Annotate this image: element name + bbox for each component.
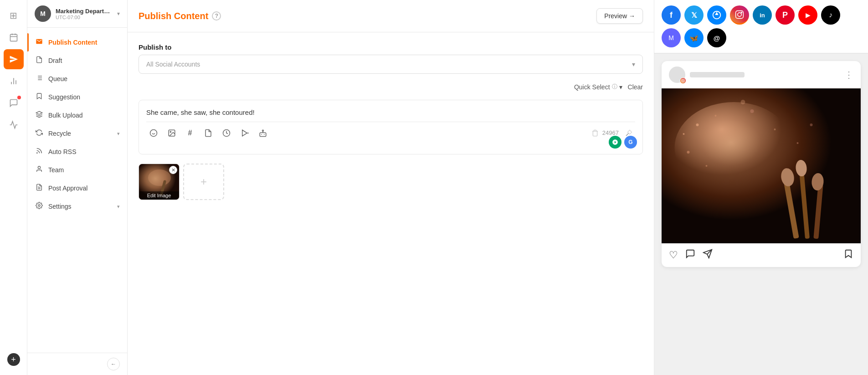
bookmark-action-icon[interactable] xyxy=(843,249,853,262)
grid-nav-icon[interactable]: ⊞ xyxy=(4,5,24,26)
svg-point-43 xyxy=(696,123,699,126)
recycle-chevron: ▾ xyxy=(117,131,120,137)
twitter-social-icon[interactable]: 𝕏 xyxy=(684,5,704,25)
add-media-icon: + xyxy=(200,175,207,188)
ai-green-button[interactable] xyxy=(609,136,621,149)
send-toolbar-icon[interactable] xyxy=(237,126,252,140)
sidebar-item-publish[interactable]: Publish Content xyxy=(27,33,127,51)
svg-point-18 xyxy=(38,205,40,206)
help-icon[interactable]: ? xyxy=(212,11,221,21)
media-thumbnail-item[interactable]: ✕ Edit Image xyxy=(139,164,180,200)
chart-nav-icon[interactable] xyxy=(4,71,24,91)
editor-toolbar: # 24967 xyxy=(146,122,635,144)
svg-point-45 xyxy=(750,109,754,113)
preview-button[interactable]: Preview → xyxy=(596,8,643,24)
facebook-social-icon[interactable]: f xyxy=(662,5,681,25)
account-select-dropdown[interactable]: All Social Accounts ▾ xyxy=(139,55,643,74)
svg-point-33 xyxy=(148,170,171,186)
threads-social-icon[interactable]: @ xyxy=(707,28,726,47)
char-count: 24967 xyxy=(602,129,619,136)
workspace-info: Marketing Department UTC-07:00 xyxy=(56,8,113,20)
svg-point-49 xyxy=(741,100,745,104)
analytics-nav-icon[interactable] xyxy=(4,115,24,135)
linkedin-social-icon[interactable]: in xyxy=(753,5,772,25)
account-select-placeholder: All Social Accounts xyxy=(146,61,200,68)
dropdown-chevron: ▾ xyxy=(632,61,635,68)
preview-more-icon[interactable]: ⋮ xyxy=(844,69,853,80)
share-action-icon[interactable] xyxy=(703,249,713,262)
calendar-nav-icon[interactable] xyxy=(4,27,24,47)
edit-image-label[interactable]: Edit Image xyxy=(139,191,179,200)
clear-button[interactable]: Clear xyxy=(628,83,643,91)
tiktok-social-icon[interactable]: ♪ xyxy=(821,5,840,25)
add-media-button[interactable]: + xyxy=(183,164,224,200)
svg-point-15 xyxy=(38,166,40,169)
sidebar-item-rss[interactable]: Auto RSS xyxy=(27,143,127,161)
svg-point-47 xyxy=(687,151,690,154)
instagram-social-icon[interactable] xyxy=(730,5,749,25)
svg-point-39 xyxy=(682,80,683,81)
image-toolbar-icon[interactable] xyxy=(164,126,179,140)
sidebar-item-draft-label: Draft xyxy=(48,57,62,64)
workspace-timezone: UTC-07:00 xyxy=(56,15,113,20)
svg-point-44 xyxy=(715,115,717,117)
sidebar-item-recycle-label: Recycle xyxy=(48,130,71,137)
sidebar-nav: Publish Content Draft Queue Suggestion B… xyxy=(27,28,127,353)
rss-icon xyxy=(35,147,44,156)
svg-point-14 xyxy=(37,153,37,153)
add-workspace-button[interactable]: + xyxy=(7,353,20,366)
quick-select-group[interactable]: Quick Select ⓘ ▾ xyxy=(574,83,622,91)
workspace-chevron[interactable]: ▾ xyxy=(117,10,120,17)
preview-image xyxy=(662,88,861,243)
schedule-toolbar-icon[interactable] xyxy=(219,126,234,140)
robot-toolbar-icon[interactable] xyxy=(256,126,270,140)
delete-toolbar-icon[interactable] xyxy=(591,129,599,137)
sidebar-item-queue[interactable]: Queue xyxy=(27,70,127,88)
preview-panel: f 𝕏 in P ▶ ♪ M 🦋 @ xyxy=(654,0,868,375)
sidebar-item-approval[interactable]: Post Approval xyxy=(27,179,127,197)
sidebar-item-draft[interactable]: Draft xyxy=(27,51,127,70)
comment-action-icon[interactable] xyxy=(685,249,695,262)
publish-nav-icon[interactable] xyxy=(4,49,24,69)
social-icons-bar: f 𝕏 in P ▶ ♪ M 🦋 @ xyxy=(654,0,868,54)
sidebar-item-team-label: Team xyxy=(48,166,64,174)
text-editor[interactable]: She came, she saw, she contoured! G # xyxy=(139,100,643,154)
sidebar-header: M Marketing Department UTC-07:00 ▾ xyxy=(27,0,127,28)
collapse-button[interactable]: ← xyxy=(107,358,120,370)
publish-to-section: Publish to All Social Accounts ▾ xyxy=(139,43,643,74)
bluesky-social-icon[interactable] xyxy=(707,5,726,25)
svg-point-52 xyxy=(683,133,685,135)
preview-username-area xyxy=(690,72,840,77)
svg-point-28 xyxy=(262,130,264,131)
publish-header: Publish Content ? Preview → xyxy=(128,0,654,32)
svg-point-51 xyxy=(810,123,813,126)
sidebar: M Marketing Department UTC-07:00 ▾ Publi… xyxy=(27,0,128,375)
butterfly-social-icon[interactable]: 🦋 xyxy=(684,28,704,47)
pinterest-social-icon[interactable]: P xyxy=(776,5,795,25)
sidebar-item-team[interactable]: Team xyxy=(27,161,127,179)
publish-to-label: Publish to xyxy=(139,43,643,51)
ai-blue-button[interactable]: G xyxy=(624,136,637,149)
mastodon-social-icon[interactable]: M xyxy=(662,28,681,47)
quick-select-bar: Quick Select ⓘ ▾ Clear xyxy=(139,83,643,91)
document-toolbar-icon[interactable] xyxy=(201,126,216,140)
nav-rail: ⊞ + xyxy=(0,0,27,375)
ai-icons-group: G xyxy=(609,136,637,149)
chat-nav-icon[interactable] xyxy=(4,93,24,113)
svg-rect-27 xyxy=(260,133,266,136)
hashtag-toolbar-icon[interactable]: # xyxy=(183,126,197,140)
approval-icon xyxy=(35,184,44,193)
publish-body: Publish to All Social Accounts ▾ Quick S… xyxy=(128,32,654,375)
sidebar-item-queue-label: Queue xyxy=(48,75,67,82)
sidebar-item-suggestion[interactable]: Suggestion xyxy=(27,88,127,106)
media-close-button[interactable]: ✕ xyxy=(169,166,177,174)
media-area: ✕ Edit Image + xyxy=(139,164,643,200)
publish-icon xyxy=(35,38,44,47)
youtube-social-icon[interactable]: ▶ xyxy=(798,5,817,25)
emoji-toolbar-icon[interactable] xyxy=(146,126,161,140)
quick-select-label: Quick Select xyxy=(574,83,610,91)
sidebar-item-bulk[interactable]: Bulk Upload xyxy=(27,106,127,124)
sidebar-item-settings[interactable]: Settings ▾ xyxy=(27,197,127,216)
like-action-icon[interactable]: ♡ xyxy=(669,249,678,261)
sidebar-item-recycle[interactable]: Recycle ▾ xyxy=(27,124,127,143)
